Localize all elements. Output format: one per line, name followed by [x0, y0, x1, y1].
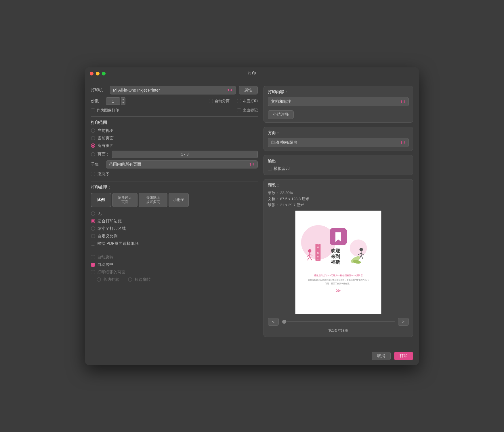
- auto-center-checkbox[interactable]: ✓: [91, 263, 95, 267]
- close-button[interactable]: [90, 72, 93, 75]
- tab-scale[interactable]: 比例: [91, 193, 111, 207]
- reverse-order-row[interactable]: 逆页序: [91, 171, 258, 177]
- auto-collate-label: 自动分页: [215, 98, 230, 104]
- minimize-button[interactable]: [96, 72, 100, 75]
- auto-collate-checkbox[interactable]: [209, 99, 213, 103]
- long-edge-radio[interactable]: [97, 277, 101, 282]
- processing-title: 打印处理：: [91, 185, 258, 190]
- output-label: 输出: [268, 159, 409, 164]
- subset-arrow-icon: ⬆⬇: [249, 162, 255, 166]
- print-button[interactable]: 打印: [394, 352, 413, 360]
- bleed-marks-checkbox[interactable]: [237, 108, 241, 112]
- svg-text:U: U: [317, 256, 319, 258]
- orientation-arrow-icon: ⬆⬇: [400, 141, 406, 145]
- orientation-value: 自动 横向/纵向: [271, 140, 297, 145]
- properties-button[interactable]: 属性: [239, 86, 258, 94]
- auto-center-row[interactable]: ✓ 自动居中: [91, 262, 258, 267]
- auto-rotate-label: 自动旋转: [97, 255, 113, 260]
- print-both-sides-checkbox[interactable]: [91, 270, 95, 274]
- pages-label: 页面：: [98, 152, 110, 157]
- none-radio[interactable]: [91, 211, 95, 216]
- fit-margin-row[interactable]: 适合打印边距: [91, 219, 258, 224]
- select-paper-label: 根据 PDF页面选择纸张: [97, 241, 139, 246]
- auto-center-label: 自动居中: [97, 262, 113, 267]
- all-pages-label: 所有页面: [98, 143, 114, 148]
- grayscale-label: 灰度打印: [243, 98, 258, 104]
- auto-collate-row[interactable]: 自动分页: [209, 98, 230, 104]
- print-dialog: 打印 打印机： Mi All-in-One Inkjet Printer ⬆⬇ …: [85, 67, 419, 365]
- printer-select[interactable]: Mi All-in-One Inkjet Printer ⬆⬇: [110, 86, 236, 94]
- all-pages-radio[interactable]: [91, 143, 95, 148]
- fit-margin-label: 适合打印边距: [98, 219, 122, 224]
- subset-row: 子集： 范围内的所有页面 ⬆⬇: [91, 160, 258, 168]
- zoom-value: 22.20%: [280, 191, 293, 195]
- subset-select[interactable]: 范围内的所有页面 ⬆⬇: [106, 160, 258, 168]
- pages-radio[interactable]: [91, 152, 95, 156]
- all-pages-row[interactable]: 所有页面: [91, 143, 258, 148]
- short-edge-row[interactable]: 短边翻转: [128, 277, 151, 282]
- svg-text:I: I: [318, 249, 318, 251]
- paper-value: 21 x 29.7 厘米: [280, 203, 304, 207]
- image-print-row[interactable]: 作为图像打印: [91, 108, 119, 113]
- copies-stepper[interactable]: ▲ ▼: [121, 97, 125, 105]
- annotation-button[interactable]: 小结注释: [268, 110, 294, 119]
- current-page-row[interactable]: 当前页面: [91, 136, 258, 141]
- simulate-overprint-checkbox[interactable]: [268, 167, 272, 171]
- current-view-row[interactable]: 当前视图: [91, 128, 258, 133]
- window-title: 打印: [248, 71, 256, 76]
- image-print-checkbox[interactable]: [91, 108, 95, 112]
- tab-multi[interactable]: 每张纸上 放置多页: [139, 193, 167, 207]
- current-page-radio[interactable]: [91, 136, 95, 140]
- simulate-overprint-row[interactable]: 模拟套印: [268, 166, 409, 171]
- cancel-button[interactable]: 取消: [372, 352, 391, 360]
- reverse-order-checkbox[interactable]: [91, 172, 95, 176]
- custom-scale-label: 自定义比例: [98, 234, 118, 239]
- printer-value: Mi All-in-One Inkjet Printer: [113, 88, 160, 92]
- copies-down-btn[interactable]: ▼: [121, 101, 125, 105]
- prev-page-button[interactable]: <: [268, 318, 279, 326]
- image-bleed-row: 作为图像打印 出血标记: [91, 108, 258, 113]
- traffic-lights: [90, 72, 106, 75]
- orientation-select[interactable]: 自动 横向/纵向 ⬆⬇: [268, 138, 409, 147]
- svg-text:S: S: [317, 259, 319, 261]
- svg-text:福斯编辑器可以帮助您住日常工作生活中，快速解决PDF文档方面: 福斯编辑器可以帮助您住日常工作生活中，快速解决PDF文档方面的: [308, 279, 369, 281]
- next-page-button[interactable]: >: [398, 318, 409, 326]
- zoom-label: 缩放：: [268, 191, 279, 195]
- pages-input[interactable]: 1 - 3: [112, 151, 258, 158]
- orientation-label: 方向：: [268, 130, 409, 136]
- auto-rotate-checkbox[interactable]: [91, 255, 95, 259]
- preview-svg: J O I N U S 欢迎 来到 福斯: [295, 211, 381, 314]
- tab-booklet[interactable]: 小册子: [169, 193, 189, 207]
- short-edge-radio[interactable]: [128, 277, 132, 282]
- print-both-sides-label: 打印纸张的两面: [97, 270, 125, 275]
- custom-scale-radio[interactable]: [91, 234, 95, 238]
- nav-track[interactable]: [282, 321, 395, 322]
- copies-input[interactable]: 1: [106, 97, 120, 105]
- nav-thumb[interactable]: [282, 320, 286, 324]
- none-label: 无: [98, 211, 102, 216]
- long-edge-row[interactable]: 长边翻转: [97, 277, 119, 282]
- custom-scale-row[interactable]: 自定义比例: [91, 234, 258, 239]
- print-both-sides-row[interactable]: 打印纸张的两面: [91, 270, 258, 275]
- preview-label: 预览：: [268, 183, 409, 188]
- copies-up-btn[interactable]: ▲: [121, 97, 125, 101]
- grayscale-row[interactable]: 灰度打印: [237, 98, 258, 104]
- auto-rotate-row[interactable]: 自动旋转: [91, 255, 258, 260]
- shrink-area-row[interactable]: 缩小至打印区域: [91, 226, 258, 231]
- shrink-area-radio[interactable]: [91, 226, 95, 231]
- fit-margin-radio[interactable]: [91, 219, 95, 223]
- grayscale-checkbox[interactable]: [237, 99, 241, 103]
- content-arrow-icon: ⬆⬇: [400, 100, 406, 104]
- current-view-radio[interactable]: [91, 128, 95, 133]
- content-value: 文档和标注: [271, 99, 291, 104]
- content-select[interactable]: 文档和标注 ⬆⬇: [268, 97, 409, 106]
- maximize-button[interactable]: [102, 72, 106, 75]
- select-paper-checkbox[interactable]: [91, 242, 95, 246]
- scale-options: 无 适合打印边距 缩小至打印区域 自定义比例: [91, 211, 258, 246]
- svg-point-2: [350, 239, 367, 257]
- select-paper-row[interactable]: 根据 PDF页面选择纸张: [91, 241, 258, 246]
- svg-text:问题，重因工作效率保住活。: 问题，重因工作效率保住活。: [325, 282, 352, 285]
- none-row[interactable]: 无: [91, 211, 258, 216]
- tab-shrink[interactable]: 缩放过大 页面: [112, 193, 138, 207]
- bleed-marks-row[interactable]: 出血标记: [237, 108, 258, 113]
